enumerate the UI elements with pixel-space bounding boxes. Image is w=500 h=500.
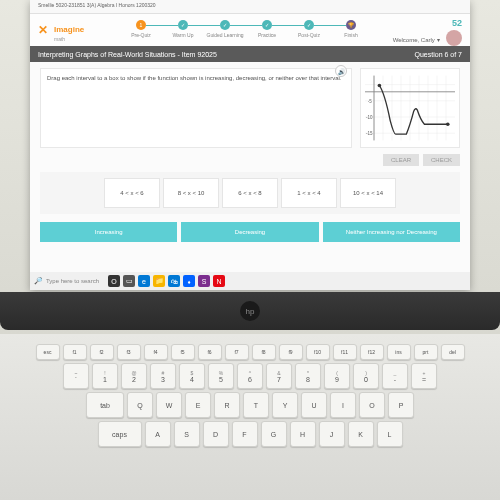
clear-button[interactable]: CLEAR	[383, 154, 419, 166]
instruction-box: 🔊 Drag each interval to a box to show if…	[40, 68, 352, 148]
key-q: Q	[127, 392, 153, 418]
progress-step-postquiz[interactable]: ✓ Post-Quiz	[288, 20, 330, 38]
progress-step-practice[interactable]: ✓ Practice	[246, 20, 288, 38]
key-r: R	[214, 392, 240, 418]
laptop-keyboard: escf1f2f3f4f5f6f7f8f9f10f11f12insprtdel …	[0, 334, 500, 500]
keyboard-asdf-row: capsASDFGHJKL	[28, 421, 472, 447]
interval-card[interactable]: 6 < x < 8	[222, 178, 278, 208]
key-9: (9	[324, 363, 350, 389]
explorer-icon[interactable]: 📁	[153, 275, 165, 287]
dropzone-neither[interactable]: Neither Increasing nor Decreasing	[323, 222, 460, 242]
progress-step-finish[interactable]: 🏆 Finish	[330, 20, 372, 38]
key-s: S	[174, 421, 200, 447]
key-prt: prt	[414, 344, 438, 360]
key-del: del	[441, 344, 465, 360]
progress-dot: ✓	[178, 20, 188, 30]
brand-name: Imagine	[54, 25, 84, 34]
key-esc: esc	[36, 344, 60, 360]
question-counter: Question 6 of 7	[415, 51, 462, 58]
key-f5: f5	[171, 344, 195, 360]
interval-card[interactable]: 1 < x < 4	[281, 178, 337, 208]
cortana-icon[interactable]: O	[108, 275, 120, 287]
key-6: ^6	[237, 363, 263, 389]
brand-sub: math	[54, 36, 84, 42]
dropzone-decreasing[interactable]: Decreasing	[181, 222, 318, 242]
keyboard-qwerty-row: tabQWERTYUIOP	[28, 392, 472, 418]
key-f11: f11	[333, 344, 357, 360]
key-j: J	[319, 421, 345, 447]
key-p: P	[388, 392, 414, 418]
progress-tracker: 1 Pre-Quiz ✓ Warm Up ✓ Guided Learning ✓	[120, 20, 372, 38]
key-1: !1	[92, 363, 118, 389]
dropzone-increasing[interactable]: Increasing	[40, 222, 177, 242]
browser-tab-strip: Smellie 5020-231851 3(A) Algebra I Honor…	[30, 0, 470, 14]
content-area: 🔊 Drag each interval to a box to show if…	[30, 62, 470, 290]
key-f3: f3	[117, 344, 141, 360]
key-ins: ins	[387, 344, 411, 360]
progress-line	[230, 25, 262, 26]
progress-line	[146, 25, 178, 26]
key-f2: f2	[90, 344, 114, 360]
keyboard-num-row: ~`!1@2#3$4%5^6&7*8(9)0_-+=	[28, 363, 472, 389]
progress-dot: ✓	[262, 20, 272, 30]
svg-text:-5: -5	[368, 99, 372, 104]
taskview-icon[interactable]: ▭	[123, 275, 135, 287]
app-icon[interactable]: S	[198, 275, 210, 287]
search-input[interactable]: Type here to search	[46, 278, 99, 284]
key-f8: f8	[252, 344, 276, 360]
progress-step-guided[interactable]: ✓ Guided Learning	[204, 20, 246, 38]
avatar[interactable]	[446, 30, 462, 46]
dropbox-icon[interactable]: ⬧	[183, 275, 195, 287]
progress-dot: ✓	[220, 20, 230, 30]
progress-line	[314, 25, 346, 26]
store-icon[interactable]: 🛍	[168, 275, 180, 287]
progress-dot: 1	[136, 20, 146, 30]
key-k: K	[348, 421, 374, 447]
key-o: O	[359, 392, 385, 418]
hp-logo: hp	[240, 301, 260, 321]
interval-card[interactable]: 4 < x < 6	[104, 178, 160, 208]
progress-step-prequiz[interactable]: 1 Pre-Quiz	[120, 20, 162, 38]
interval-card[interactable]: 10 < x < 14	[340, 178, 396, 208]
key--: _-	[382, 363, 408, 389]
key-w: W	[156, 392, 182, 418]
interval-card[interactable]: 8 < x < 10	[163, 178, 219, 208]
svg-text:-15: -15	[366, 131, 373, 136]
browser-window: Smellie 5020-231851 3(A) Algebra I Honor…	[30, 0, 470, 290]
key-e: E	[185, 392, 211, 418]
key-4: $4	[179, 363, 205, 389]
welcome-text[interactable]: Welcome, Carly ▾	[393, 37, 440, 43]
key-u: U	[301, 392, 327, 418]
points-value: 52	[393, 18, 462, 28]
keyboard-fn-row: escf1f2f3f4f5f6f7f8f9f10f11f12insprtdel	[28, 344, 472, 360]
windows-taskbar: 🔎 Type here to search O ▭ e 📁 🛍 ⬧ S N	[30, 272, 470, 290]
svg-text:-10: -10	[366, 115, 373, 120]
edge-icon[interactable]: e	[138, 275, 150, 287]
key-5: %5	[208, 363, 234, 389]
key-7: &7	[266, 363, 292, 389]
graph-box: -5 -10 -15	[360, 68, 460, 148]
key-8: *8	[295, 363, 321, 389]
key-f10: f10	[306, 344, 330, 360]
key-`: ~`	[63, 363, 89, 389]
key-h: H	[290, 421, 316, 447]
check-button[interactable]: CHECK	[423, 154, 460, 166]
key-f7: f7	[225, 344, 249, 360]
svg-point-15	[378, 84, 382, 88]
key-f: F	[232, 421, 258, 447]
app-header: ✕ Imagine math 1 Pre-Quiz ✓ Warm Up	[30, 14, 470, 46]
key-f4: f4	[144, 344, 168, 360]
search-icon[interactable]: 🔎	[34, 277, 43, 285]
progress-line	[188, 25, 220, 26]
question-bar: Interpreting Graphs of Real-World Situat…	[30, 46, 470, 62]
user-area: 52 Welcome, Carly ▾	[393, 18, 462, 46]
key-a: A	[145, 421, 171, 447]
key-3: #3	[150, 363, 176, 389]
netflix-icon[interactable]: N	[213, 275, 225, 287]
key-t: T	[243, 392, 269, 418]
audio-icon[interactable]: 🔊	[335, 65, 347, 77]
brand-logo[interactable]: ✕ Imagine math	[38, 18, 84, 42]
key-0: )0	[353, 363, 379, 389]
progress-step-warmup[interactable]: ✓ Warm Up	[162, 20, 204, 38]
progress-line	[272, 25, 304, 26]
